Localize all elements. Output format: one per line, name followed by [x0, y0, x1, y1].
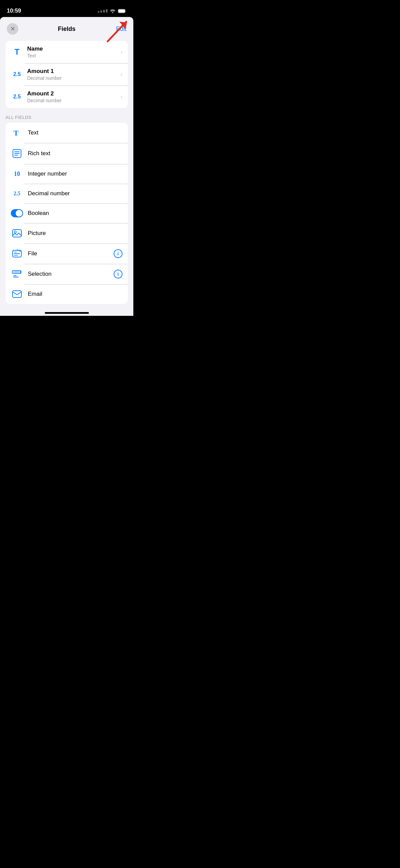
status-bar: 10:59	[0, 0, 133, 17]
field-name-label: Amount 2	[27, 90, 118, 97]
list-item-text[interactable]: T Text	[5, 123, 128, 143]
all-fields-card: T Text Rich text 10 Integer number	[5, 123, 128, 304]
list-item-boolean[interactable]: Boolean	[5, 203, 128, 223]
selection-info-button[interactable]: i	[114, 270, 122, 278]
list-item-selection[interactable]: Selection i	[5, 264, 128, 284]
selection-label: Selection	[28, 271, 114, 277]
email-label: Email	[28, 291, 122, 297]
rich-text-label: Rich text	[28, 150, 122, 157]
decimal-icon-1: 2.5	[11, 71, 23, 77]
active-fields-card: T Name Text › 2.5 Amount 1 Decimal numbe…	[5, 41, 128, 108]
wifi-icon	[110, 8, 116, 13]
text-field-icon: T	[11, 128, 23, 138]
signal-icon	[98, 9, 108, 13]
chevron-icon: ›	[120, 93, 122, 101]
integer-icon: 10	[11, 170, 23, 178]
text-field-label: Text	[28, 129, 122, 136]
boolean-label: Boolean	[28, 210, 122, 217]
boolean-icon	[11, 209, 23, 217]
close-button[interactable]: ✕	[7, 23, 18, 35]
chevron-icon: ›	[120, 49, 122, 56]
list-item-integer[interactable]: 10 Integer number	[5, 164, 128, 184]
file-info-button[interactable]: i	[114, 249, 122, 258]
app-container: ✕ Fields Edit T Name Text ›	[0, 17, 133, 316]
svg-rect-7	[13, 230, 21, 237]
field-type-label: Text	[27, 53, 118, 58]
file-label: File	[28, 250, 114, 257]
email-icon	[11, 290, 23, 298]
field-name-label: Amount 1	[27, 68, 118, 75]
svg-rect-14	[13, 291, 21, 297]
chevron-icon: ›	[120, 71, 122, 78]
svg-point-8	[14, 231, 16, 233]
rich-text-icon	[11, 148, 23, 159]
text-icon: T	[11, 47, 23, 57]
list-item-rich-text[interactable]: Rich text	[5, 143, 128, 164]
field-type-label: Decimal number	[27, 98, 118, 103]
list-item-picture[interactable]: Picture	[5, 223, 128, 243]
close-icon: ✕	[10, 26, 15, 32]
field-type-label: Decimal number	[27, 75, 118, 81]
list-item-decimal[interactable]: 2.5 Decimal number	[5, 184, 128, 203]
home-indicator	[0, 309, 133, 316]
active-field-amount1[interactable]: 2.5 Amount 1 Decimal number ›	[5, 63, 128, 86]
page-title: Fields	[58, 25, 75, 33]
picture-icon	[11, 229, 23, 238]
all-fields-section-header: ALL FIELDS	[0, 108, 133, 123]
svg-text:T: T	[14, 129, 19, 137]
status-icons	[98, 8, 127, 13]
status-time: 10:59	[7, 7, 21, 14]
decimal-icon: 2.5	[11, 191, 23, 197]
list-item-email[interactable]: Email	[5, 284, 128, 304]
battery-icon	[118, 9, 127, 13]
picture-label: Picture	[28, 230, 122, 237]
selection-icon	[11, 269, 23, 279]
red-arrow-icon	[97, 18, 128, 46]
decimal-label: Decimal number	[28, 190, 122, 197]
list-item-file[interactable]: File i	[5, 243, 128, 264]
file-icon	[11, 249, 23, 258]
decimal-icon-2: 2.5	[11, 94, 23, 100]
home-bar	[45, 312, 89, 314]
active-field-amount2[interactable]: 2.5 Amount 2 Decimal number ›	[5, 86, 128, 108]
svg-rect-1	[118, 9, 125, 13]
integer-label: Integer number	[28, 170, 122, 177]
